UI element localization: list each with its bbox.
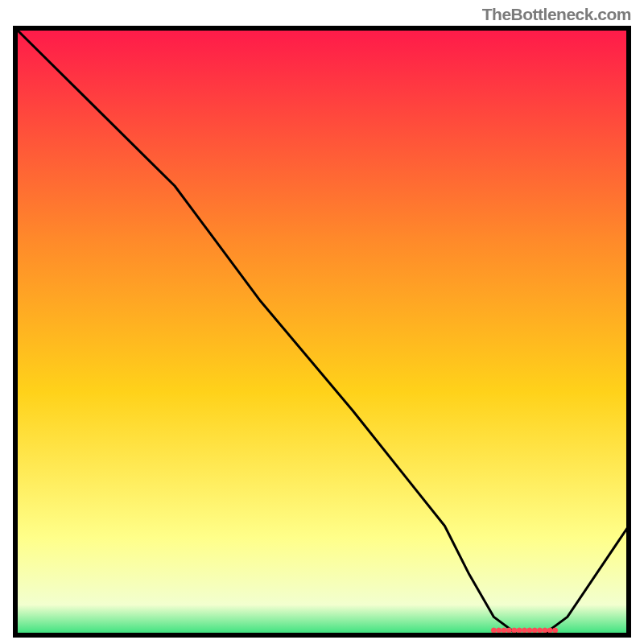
svg-point-13	[553, 628, 558, 633]
chart-svg	[13, 26, 631, 638]
svg-point-8	[527, 628, 532, 633]
chart-container	[13, 26, 631, 638]
svg-point-10	[538, 628, 543, 633]
svg-point-6	[517, 628, 522, 633]
svg-point-2	[497, 628, 502, 633]
svg-point-3	[502, 628, 506, 633]
svg-point-9	[532, 628, 537, 633]
watermark-text: TheBottleneck.com	[482, 5, 631, 24]
svg-point-1	[491, 628, 496, 633]
svg-point-12	[547, 628, 552, 633]
svg-point-5	[512, 628, 517, 633]
svg-point-4	[506, 628, 511, 633]
svg-point-11	[543, 628, 547, 633]
svg-point-7	[522, 628, 527, 633]
